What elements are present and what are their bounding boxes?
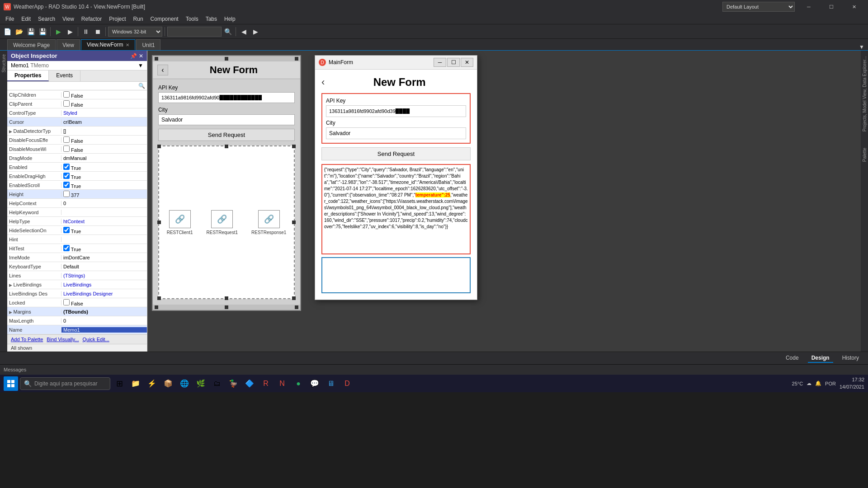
oi-tab-events[interactable]: Events bbox=[49, 70, 80, 81]
taskbar-app10[interactable]: N bbox=[275, 376, 289, 391]
maximize-btn[interactable]: ☐ bbox=[821, 0, 842, 14]
tab-scroll-arrow[interactable]: ▼ bbox=[855, 44, 868, 50]
tb-forward[interactable]: ▶ bbox=[250, 26, 261, 37]
memo-handle-br[interactable] bbox=[292, 296, 296, 300]
tb-open[interactable]: 📂 bbox=[14, 26, 24, 37]
handle-tr[interactable] bbox=[295, 57, 298, 61]
taskview-btn[interactable]: ⊞ bbox=[112, 376, 127, 391]
oi-object-select[interactable]: Memo1 TMemo ▼ bbox=[7, 61, 147, 70]
history-btn[interactable]: History bbox=[839, 354, 863, 363]
menu-view[interactable]: View bbox=[59, 15, 78, 23]
mainform-back-btn[interactable]: ‹ bbox=[321, 76, 325, 88]
prop-enabled: Enabled True bbox=[7, 163, 147, 172]
menu-run[interactable]: Run bbox=[130, 15, 147, 23]
mainform-minimize[interactable]: ─ bbox=[434, 58, 446, 67]
handle-row-bottom bbox=[153, 305, 300, 310]
oi-dropdown-icon[interactable]: ▼ bbox=[138, 62, 143, 69]
oi-search-input[interactable] bbox=[9, 83, 138, 89]
menu-edit[interactable]: Edit bbox=[18, 15, 34, 23]
mainform-response-memo[interactable]: {"request":{"type":"City","query":"Salva… bbox=[321, 164, 471, 254]
mainform-city-input[interactable] bbox=[326, 127, 466, 139]
taskbar-app9[interactable]: R bbox=[259, 376, 273, 391]
restclient1-icon[interactable]: 🔗 bbox=[169, 210, 191, 228]
tb-run[interactable]: ▶ bbox=[53, 26, 64, 37]
taskbar-search-box[interactable]: 🔍 Digite aqui para pesquisar bbox=[20, 377, 110, 390]
taskbar-app8[interactable]: 🔷 bbox=[242, 376, 257, 391]
tb-search-btn[interactable]: 🔍 bbox=[222, 26, 233, 37]
form-city-input[interactable] bbox=[158, 114, 295, 125]
taskbar-app1[interactable]: 📁 bbox=[128, 376, 143, 391]
tb-save-all[interactable]: 💾 bbox=[37, 26, 48, 37]
taskbar-app3[interactable]: 📦 bbox=[161, 376, 175, 391]
tb-back[interactable]: ◀ bbox=[238, 26, 249, 37]
handle-bl2[interactable] bbox=[155, 305, 158, 309]
memo-handle-tc[interactable] bbox=[225, 145, 228, 148]
tab-view[interactable]: View bbox=[57, 39, 80, 50]
menu-refactor[interactable]: Refactor bbox=[78, 15, 105, 23]
form-back-btn[interactable]: ‹ bbox=[157, 65, 168, 75]
taskbar-app5[interactable]: 🌿 bbox=[193, 376, 208, 391]
menu-help[interactable]: Help bbox=[221, 15, 239, 23]
structure-label[interactable]: Structure bbox=[1, 52, 6, 75]
menu-search[interactable]: Search bbox=[34, 15, 59, 23]
mainform-api-input[interactable] bbox=[326, 105, 466, 117]
bind-visually-btn[interactable]: Bind Visually... bbox=[47, 337, 79, 342]
form-send-request-btn[interactable]: Send Request bbox=[158, 129, 295, 141]
tab-newform[interactable]: View.NewForm ✕ bbox=[81, 39, 135, 50]
mainform-maximize[interactable]: ☐ bbox=[447, 58, 460, 67]
handle-br2[interactable] bbox=[295, 305, 298, 309]
menu-file[interactable]: File bbox=[2, 15, 18, 23]
close-btn[interactable]: ✕ bbox=[844, 0, 864, 14]
taskbar-app12[interactable]: 💬 bbox=[307, 376, 322, 391]
memo-handle-bc[interactable] bbox=[225, 296, 228, 300]
tab-newform-close[interactable]: ✕ bbox=[126, 42, 129, 47]
menu-tools[interactable]: Tools bbox=[182, 15, 202, 23]
menu-component[interactable]: Component bbox=[147, 15, 182, 23]
mainform-close[interactable]: ✕ bbox=[461, 58, 473, 67]
taskbar-app13[interactable]: 🖥 bbox=[324, 376, 338, 391]
search-toolbar[interactable] bbox=[167, 27, 222, 37]
layout-dropdown[interactable]: Default Layout bbox=[722, 2, 795, 12]
design-btn[interactable]: Design bbox=[808, 354, 833, 363]
menu-tabs[interactable]: Tabs bbox=[202, 15, 221, 23]
oi-close-btn[interactable]: ✕ bbox=[139, 53, 143, 59]
mainform-second-memo[interactable] bbox=[321, 257, 471, 293]
oi-tab-properties[interactable]: Properties bbox=[7, 70, 49, 81]
taskbar-app11[interactable]: ● bbox=[291, 376, 306, 391]
platform-dropdown[interactable]: Windows 32-bit bbox=[108, 27, 162, 37]
tb-save[interactable]: 💾 bbox=[25, 26, 36, 37]
taskbar-app14[interactable]: D bbox=[340, 376, 354, 391]
memo-handle-ml[interactable] bbox=[157, 221, 161, 224]
add-to-palette-btn[interactable]: Add To Palette bbox=[11, 337, 43, 342]
prop-clipparent: ClipParent False bbox=[7, 99, 147, 108]
palette-label[interactable]: Palette bbox=[860, 146, 868, 164]
tb-run2[interactable]: ▶ bbox=[65, 26, 75, 37]
memo-handle-tr[interactable] bbox=[292, 145, 296, 148]
taskbar-app7[interactable]: 🦆 bbox=[226, 376, 241, 391]
mainform-send-btn[interactable]: Send Request bbox=[321, 147, 471, 160]
handle-tc[interactable] bbox=[225, 57, 228, 61]
taskbar-app4[interactable]: 🌐 bbox=[177, 376, 192, 391]
code-btn[interactable]: Code bbox=[782, 354, 802, 363]
taskbar-app6[interactable]: 🗂 bbox=[210, 376, 224, 391]
tab-welcome[interactable]: Welcome Page bbox=[7, 39, 56, 50]
handle-bc2[interactable] bbox=[225, 305, 228, 309]
memo-handle-bl[interactable] bbox=[157, 296, 161, 300]
tb-pause[interactable]: ⏸ bbox=[80, 26, 91, 37]
tb-stop[interactable]: ⏹ bbox=[92, 26, 103, 37]
taskbar-app2[interactable]: ⚡ bbox=[145, 376, 159, 391]
handle-tl[interactable] bbox=[155, 57, 158, 61]
memo-handle-tl[interactable] bbox=[157, 145, 161, 148]
oi-pin-btn[interactable]: 📌 bbox=[130, 53, 137, 59]
memo-handle-mr[interactable] bbox=[292, 221, 296, 224]
menu-project[interactable]: Project bbox=[105, 15, 129, 23]
start-button[interactable] bbox=[4, 376, 18, 391]
quick-edit-btn[interactable]: Quick Edit... bbox=[83, 337, 109, 342]
tab-unit1[interactable]: Unit1 bbox=[136, 39, 160, 50]
tb-new[interactable]: 📄 bbox=[2, 26, 13, 37]
minimize-btn[interactable]: ─ bbox=[798, 0, 819, 14]
restresponse1-icon[interactable]: 🔗 bbox=[258, 210, 280, 228]
form-api-key-input[interactable] bbox=[158, 92, 295, 103]
projects-panel-label[interactable]: Projects, Model View, Data Explorer... bbox=[860, 54, 868, 133]
restrequest1-icon[interactable]: 🔗 bbox=[211, 210, 233, 228]
